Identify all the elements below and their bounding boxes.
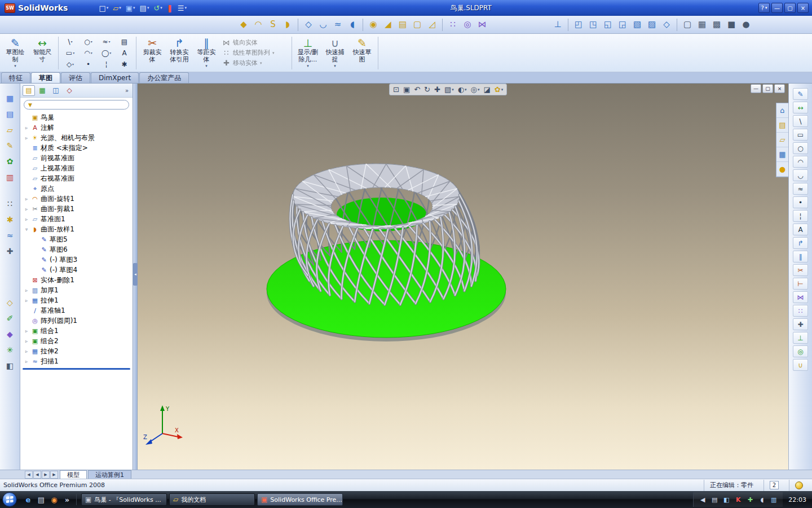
linear-pattern-icon[interactable]: ∷	[446, 18, 460, 32]
fillet-icon[interactable]: ◉	[367, 18, 380, 32]
dropdown-arrow-icon[interactable]: ▾	[478, 87, 480, 92]
add-relation-icon[interactable]: ⊥	[793, 332, 808, 344]
dropdown-arrow-icon[interactable]: ▾	[160, 6, 162, 10]
start-button[interactable]	[2, 492, 17, 507]
revolved-boss-icon[interactable]: ◠	[251, 18, 265, 32]
standard-views-icon[interactable]: ▧▾	[443, 85, 456, 95]
tree-item-axis1[interactable]: ∕基准轴1	[20, 305, 133, 316]
swept-cut-icon[interactable]: ≈	[331, 18, 345, 32]
expand-arrow-icon[interactable]: ▹	[24, 329, 29, 334]
tree-item-sweep1[interactable]: ▹≈扫描1	[20, 356, 133, 366]
trim-entities-icon[interactable]: ✂	[793, 264, 808, 276]
rib-icon[interactable]: ▤	[396, 18, 409, 32]
shell-icon[interactable]: ▢	[411, 18, 424, 32]
ime-language-icon[interactable]: ▤	[710, 495, 719, 504]
tangent-arc-icon[interactable]: ◡	[793, 169, 808, 181]
3d-model-birds-nest[interactable]	[138, 84, 788, 470]
hidden-lines-removed-icon[interactable]: ▩	[710, 18, 723, 32]
taskbar-window-birds-nest[interactable]: ▣鸟巢 - 『SolidWorks ...	[81, 493, 167, 506]
document-icon[interactable]: ▤	[3, 107, 17, 120]
tree-item-annotations[interactable]: ▹A注解	[20, 122, 133, 133]
tab-scroll-arrow[interactable]: ◀	[33, 471, 41, 479]
antivirus-kaspersky-icon[interactable]: K	[734, 495, 743, 504]
mirror-feature-icon[interactable]: ⋈	[475, 18, 489, 32]
tree-item-body-delete1[interactable]: ⊠实体-删除1	[20, 275, 133, 285]
text-icon[interactable]: A	[793, 224, 808, 235]
expand-arrow-icon[interactable]: ▹	[24, 135, 29, 141]
folder-icon[interactable]: ▱	[3, 123, 17, 136]
tree-item-sketch4[interactable]: ✎(-) 草图4	[20, 265, 133, 275]
view-bottom-icon[interactable]: ▨	[645, 18, 659, 32]
expand-arrow-icon[interactable]: ▹	[24, 349, 29, 354]
linear-sketch-pattern-icon[interactable]: ∷	[793, 305, 808, 317]
dropdown-arrow-icon[interactable]: ▾	[109, 40, 111, 43]
dropdown-arrow-icon[interactable]: ▾	[73, 51, 74, 55]
updates-icon[interactable]: ✚	[745, 495, 754, 504]
tree-item-right-plane[interactable]: ▱右视基准面	[20, 173, 133, 183]
dropdown-arrow-icon[interactable]: ▾	[307, 64, 309, 68]
smart-dimension-button[interactable]: ↔智能尺寸	[29, 36, 55, 71]
point-icon[interactable]: •	[80, 59, 97, 69]
offset-entities-button[interactable]: ∥等距实体▾	[193, 36, 219, 71]
dropdown-arrow-icon[interactable]: ▾	[71, 40, 73, 43]
doc-tab-motion-study-1[interactable]: 运动算例1	[88, 470, 131, 479]
tab-办公室产品[interactable]: 办公室产品	[139, 72, 189, 83]
diamond-icon[interactable]: ◇	[3, 296, 17, 309]
tree-item-surface-revolve1[interactable]: ▹◠曲面-旋转1	[20, 194, 133, 204]
show-desktop-icon[interactable]: ▤	[36, 494, 47, 505]
tab-scroll-arrow[interactable]: ▶	[50, 471, 58, 479]
dropdown-arrow-icon[interactable]: ▾	[72, 62, 74, 66]
note-pencil-icon[interactable]: ✎	[3, 139, 17, 152]
close-button[interactable]: ×	[797, 3, 809, 13]
options-icon[interactable]: ☰▾	[176, 2, 188, 14]
dropdown-arrow-icon[interactable]: ▾	[119, 6, 121, 10]
tree-item-circular-pattern1[interactable]: ◎阵列(圆周)1	[20, 316, 133, 326]
cross-tool-icon[interactable]: ✚	[3, 244, 17, 257]
display-delete-relations-button[interactable]: ⊥显示/删除几...▾	[295, 36, 321, 71]
rollback-bar[interactable]	[23, 368, 130, 370]
offset-entities-icon[interactable]: ∥	[793, 251, 808, 262]
window-grid-icon[interactable]: ▦	[3, 91, 17, 104]
centerline-icon[interactable]: ¦	[98, 59, 115, 69]
rectangle-icon[interactable]: ▭▾	[61, 47, 79, 58]
circle-icon[interactable]: ○▾	[80, 36, 97, 47]
display-style-icon[interactable]: ◐▾	[456, 85, 469, 95]
convert-entities-icon[interactable]: ↱	[793, 237, 808, 249]
point-icon[interactable]: •	[793, 196, 808, 208]
help-button[interactable]: ?▾	[758, 3, 770, 13]
flower-palette-icon[interactable]: ✿	[3, 155, 17, 168]
polygon-icon[interactable]: ◇▾	[61, 59, 79, 69]
quick-snaps-button[interactable]: ∪快速捕捉▾	[322, 36, 348, 71]
tree-item-origin[interactable]: ⌖原点	[20, 183, 133, 194]
convert-entities-button[interactable]: ↱转换实体引用	[166, 36, 192, 71]
tree-item-top-plane[interactable]: ▱上视基准面	[20, 163, 133, 173]
pan-icon[interactable]: ✚	[433, 85, 442, 95]
tree-item-lights-cameras-scene[interactable]: ▹☀光源、相机与布景	[20, 133, 133, 143]
tree-filter-input[interactable]	[35, 101, 125, 108]
tree-item-sketch6[interactable]: ✎草图6	[20, 244, 133, 255]
dropdown-arrow-icon[interactable]: ▾	[107, 6, 109, 10]
maximize-button[interactable]: ▢	[784, 3, 796, 13]
construction-geometry-icon[interactable]: ✱	[116, 59, 133, 69]
dropdown-arrow-icon[interactable]: ▾	[501, 87, 504, 92]
sparkle-icon[interactable]: ✱	[3, 213, 17, 226]
view-left-icon[interactable]: ◱	[601, 18, 615, 32]
dimxpert-manager-icon[interactable]: ◇	[63, 85, 76, 96]
dropdown-arrow-icon[interactable]: ▾	[260, 61, 262, 65]
tree-item-front-plane[interactable]: ▱前视基准面	[20, 153, 133, 163]
doc-minimize-button[interactable]: —	[751, 84, 761, 93]
dropdown-arrow-icon[interactable]: ▾	[91, 51, 92, 55]
expand-arrow-icon[interactable]: ▹	[24, 217, 29, 222]
tree-item-surface-trim1[interactable]: ▹✂曲面-剪裁1	[20, 204, 133, 214]
speaker-icon[interactable]: ◧	[3, 359, 17, 372]
extend-entities-icon[interactable]: ⊢	[793, 278, 808, 290]
expand-arrow-icon[interactable]: ▹	[24, 298, 29, 303]
view-front-icon[interactable]: ◰	[572, 18, 585, 32]
tree-item-extrude2[interactable]: ▹▦拉伸2	[20, 346, 133, 356]
pen-icon[interactable]: ✐	[3, 312, 17, 325]
text-icon[interactable]: A	[116, 47, 133, 58]
display-relations-icon[interactable]: ◎	[793, 345, 808, 357]
tab-特征[interactable]: 特征	[1, 72, 30, 83]
linear-sketch-pattern-button[interactable]: ∷线性草图阵列▾	[222, 49, 289, 57]
trim-entities-button[interactable]: ✂剪裁实体	[139, 36, 165, 71]
